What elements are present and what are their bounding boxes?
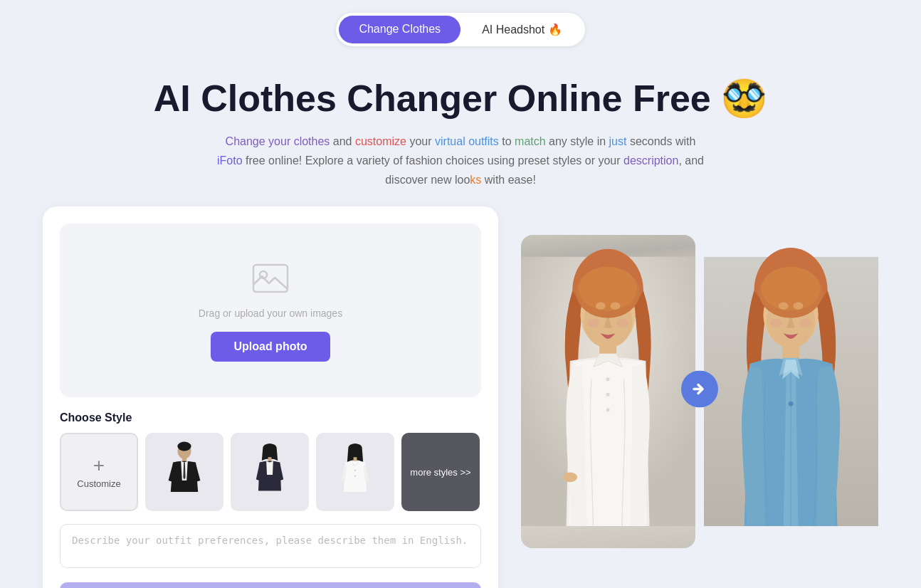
style-card-1[interactable] [145, 433, 223, 511]
style-card-customize[interactable]: + Customize [60, 433, 138, 511]
svg-point-21 [606, 378, 609, 382]
hero-description: Change your clothes and customize your v… [211, 132, 710, 190]
arrow-icon [681, 371, 718, 413]
svg-point-22 [606, 393, 609, 397]
svg-point-44 [779, 303, 789, 310]
more-styles-text: more styles >> [407, 464, 473, 481]
after-image [704, 235, 878, 548]
svg-point-26 [579, 267, 638, 311]
upload-area[interactable]: Drag or upload your own images Upload ph… [60, 224, 481, 397]
svg-point-9 [354, 470, 356, 471]
svg-rect-0 [253, 265, 288, 292]
hero-title: AI Clothes Changer Online Free 🥸 [14, 78, 907, 120]
style-card-more[interactable]: more styles >> [401, 433, 480, 511]
before-image [521, 235, 695, 548]
svg-point-23 [606, 409, 609, 412]
choose-style-label: Choose Style [60, 411, 481, 424]
person-silhouette-3 [324, 441, 386, 503]
top-navigation: Change Clothes AI Headshot 🔥 [0, 0, 921, 56]
left-panel: Drag or upload your own images Upload ph… [43, 206, 498, 588]
before-photo-svg [521, 235, 695, 548]
main-content: Drag or upload your own images Upload ph… [0, 206, 921, 588]
hero-section: AI Clothes Changer Online Free 🥸 Change … [0, 56, 921, 206]
drag-text: Drag or upload your own images [199, 308, 342, 319]
style-card-3[interactable] [316, 433, 394, 511]
svg-point-27 [596, 303, 606, 310]
svg-point-47 [799, 319, 811, 327]
svg-point-41 [789, 401, 794, 406]
person-silhouette-1 [153, 441, 216, 503]
style-grid: + Customize [60, 433, 481, 511]
after-photo-svg [704, 235, 878, 548]
svg-point-28 [611, 303, 621, 310]
svg-point-45 [794, 303, 804, 310]
svg-point-30 [616, 319, 628, 327]
svg-point-3 [177, 442, 191, 451]
forward-arrow-svg [681, 371, 718, 408]
upload-photo-button[interactable]: Upload photo [211, 332, 330, 362]
customize-label: Customize [77, 478, 120, 489]
svg-point-46 [770, 319, 782, 327]
before-after-panel [521, 235, 878, 548]
nav-pill: Change Clothes AI Headshot 🔥 [336, 13, 584, 46]
plus-icon: + [93, 456, 105, 476]
svg-point-24 [562, 473, 577, 483]
svg-point-43 [762, 267, 821, 311]
svg-point-10 [354, 476, 356, 477]
svg-point-29 [587, 319, 599, 327]
tab-ai-headshot[interactable]: AI Headshot 🔥 [462, 16, 582, 43]
person-silhouette-2 [238, 441, 301, 503]
style-card-2[interactable] [231, 433, 309, 511]
generate-button[interactable]: Generate [60, 582, 481, 588]
image-placeholder-icon [251, 259, 290, 299]
describe-outfit-input[interactable] [60, 524, 481, 568]
tab-change-clothes[interactable]: Change Clothes [339, 16, 460, 43]
